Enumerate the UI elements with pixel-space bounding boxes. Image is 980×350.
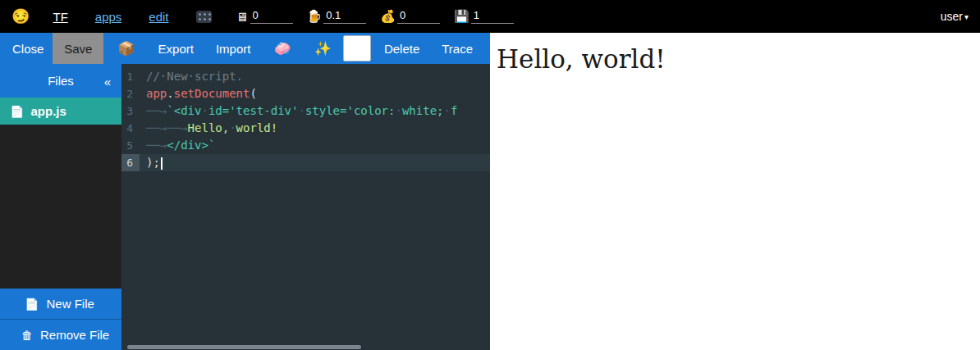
trace-button[interactable]: Trace [442,42,473,56]
code-editor[interactable]: 1//·New·script.2app.setDocument(3──→`<di… [121,64,490,350]
line-number: 3 [121,102,140,120]
coin-count-input[interactable] [397,9,440,24]
beer-count-input[interactable] [323,9,366,24]
counter-screen: 🖥 [236,9,293,24]
chevron-down-icon: ▾ [964,12,969,21]
screen-count-input[interactable] [250,9,293,24]
preview-pane: Hello, world! [490,33,980,350]
delete-button[interactable]: Delete [384,42,419,56]
import-button[interactable]: Import [216,42,251,56]
save-button[interactable]: Save [53,33,103,64]
screen-icon: 🖥 [236,10,249,24]
code-line-2[interactable]: 2app.setDocument( [121,85,490,102]
code-text: ); [140,154,163,171]
code-lines: 1//·New·script.2app.setDocument(3──→`<di… [121,68,490,171]
files-header-label: Files [48,74,74,88]
new-file-button[interactable]: 📄 New File [0,289,121,319]
code-line-4[interactable]: 4──→──→Hello,·world! [121,120,490,137]
line-number: 5 [121,137,140,154]
smirk-emoji-icon: 😏 [11,7,30,25]
counter-beer: 🍺 [307,9,367,24]
editor-app: Close Save 📦 Export Import 🧼 ✨ Delete Tr… [0,33,490,350]
toolbar: Close Save 📦 Export Import 🧼 ✨ Delete Tr… [0,33,490,64]
nav-tf-link[interactable]: TF [53,10,67,24]
line-number: 6 [121,154,140,171]
counter-coin: 💰 [380,9,440,24]
nav-edit-link[interactable]: edit [149,10,168,24]
files-sidebar: Files « 📄 app.js 📄 New File 🗑 Remove Fil… [0,64,121,350]
file-name: app.js [30,104,66,118]
workspace: Files « 📄 app.js 📄 New File 🗑 Remove Fil… [0,64,490,350]
disk-count-input[interactable] [471,9,514,24]
close-button[interactable]: Close [12,42,44,56]
files-header: Files « [0,64,121,98]
line-number: 2 [121,85,140,102]
file-item-appjs[interactable]: 📄 app.js [0,98,121,125]
coin-icon: 💰 [380,9,396,24]
user-menu[interactable]: user ▾ [941,10,969,23]
nav-apps-link[interactable]: apps [95,10,122,24]
code-line-5[interactable]: 5──→</div>` [121,137,490,154]
code-text: ──→</div>` [140,137,215,154]
code-text: ──→`<div·id='test-div'·style='color:·whi… [140,102,457,120]
collapse-sidebar-button[interactable]: « [104,74,111,88]
export-button[interactable]: Export [158,42,194,56]
new-file-icon: 📄 [25,298,39,311]
beer-icon: 🍺 [307,9,323,24]
new-file-label: New File [46,297,94,311]
sidebar-empty-area [0,125,121,289]
line-number: 4 [121,120,140,137]
remove-file-label: Remove File [40,328,109,342]
soap-icon[interactable]: 🧼 [273,40,291,57]
sparkles-icon[interactable]: ✨ [314,40,332,57]
horizontal-scrollbar[interactable] [127,345,361,349]
remove-file-button[interactable]: 🗑 Remove File [0,319,121,350]
text-cursor [161,157,163,170]
topbar: 😏 TF apps edit 🖥 🍺 💰 💾 user ▾ [0,0,980,33]
floppy-disk-icon: 💾 [454,9,469,24]
code-line-6[interactable]: 6); [121,154,490,171]
preview-hello-text: Hello, world! [497,44,980,74]
trash-icon: 🗑 [21,329,33,342]
code-text: ──→──→Hello,·world! [140,120,277,137]
user-menu-label: user [941,10,963,23]
code-line-3[interactable]: 3──→`<div·id='test-div'·style='color:·wh… [121,102,490,120]
toolbar-text-input[interactable] [343,35,371,61]
counter-disk: 💾 [454,9,514,24]
code-text: app.setDocument( [140,85,257,102]
file-icon: 📄 [10,105,24,118]
code-line-1[interactable]: 1//·New·script. [121,68,490,85]
apps-grid-icon [196,11,212,23]
line-number: 1 [121,68,140,85]
code-text: //·New·script. [140,68,243,85]
package-icon[interactable]: 📦 [117,40,135,57]
